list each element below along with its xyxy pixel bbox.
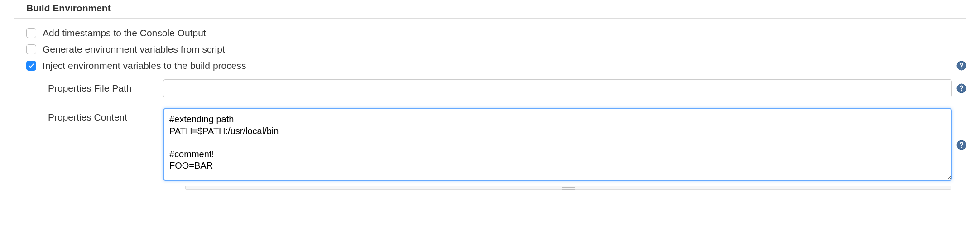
checkbox-label-inject-env: Inject environment variables to the buil… — [43, 60, 246, 71]
label-properties-file-path: Properties File Path — [48, 79, 152, 94]
checkbox-inject-env[interactable] — [26, 61, 36, 71]
field-row-properties-file-path: Properties File Path — [48, 74, 966, 103]
help-icon[interactable] — [956, 83, 966, 93]
svg-point-1 — [961, 68, 962, 68]
checkbox-label-timestamps: Add timestamps to the Console Output — [43, 28, 206, 39]
field-row-properties-content: Properties Content — [48, 103, 966, 186]
textarea-properties-content[interactable] — [163, 108, 952, 181]
svg-point-5 — [961, 147, 962, 148]
option-row-inject-env: Inject environment variables to the buil… — [14, 58, 966, 74]
input-properties-file-path[interactable] — [163, 79, 952, 97]
checkbox-timestamps[interactable] — [26, 28, 36, 38]
option-row-generate-env: Generate environment variables from scri… — [14, 41, 966, 58]
help-icon[interactable] — [956, 140, 966, 150]
help-icon[interactable] — [956, 61, 966, 71]
option-row-timestamps: Add timestamps to the Console Output — [14, 25, 966, 41]
drag-handle-bar[interactable] — [185, 186, 951, 190]
label-properties-content: Properties Content — [48, 108, 152, 123]
section-title: Build Environment — [14, 3, 966, 19]
checkbox-label-generate-env: Generate environment variables from scri… — [43, 44, 225, 55]
svg-point-3 — [961, 90, 962, 91]
inject-env-sub-section: Properties File Path Properties Content — [14, 74, 966, 190]
checkbox-generate-env[interactable] — [26, 44, 36, 54]
